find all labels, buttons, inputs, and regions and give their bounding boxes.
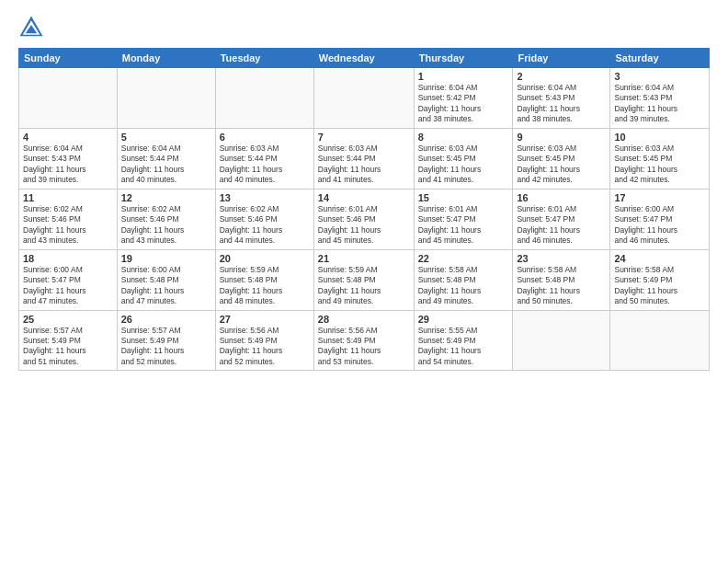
calendar-cell: 20Sunrise: 5:59 AM Sunset: 5:48 PM Dayli… — [215, 249, 313, 310]
calendar-cell: 26Sunrise: 5:57 AM Sunset: 5:49 PM Dayli… — [117, 310, 215, 371]
calendar-cell — [313, 68, 414, 129]
calendar-cell: 19Sunrise: 6:00 AM Sunset: 5:48 PM Dayli… — [117, 249, 215, 310]
day-info: Sunrise: 6:03 AM Sunset: 5:45 PM Dayligh… — [517, 144, 606, 186]
calendar-cell: 28Sunrise: 5:56 AM Sunset: 5:49 PM Dayli… — [313, 310, 414, 371]
day-number: 22 — [418, 253, 509, 264]
day-info: Sunrise: 6:04 AM Sunset: 5:43 PM Dayligh… — [23, 144, 113, 186]
day-info: Sunrise: 5:59 AM Sunset: 5:48 PM Dayligh… — [220, 265, 310, 307]
calendar-cell: 18Sunrise: 6:00 AM Sunset: 5:47 PM Dayli… — [19, 249, 118, 310]
day-info: Sunrise: 5:58 AM Sunset: 5:49 PM Dayligh… — [614, 265, 705, 307]
day-number: 19 — [121, 253, 211, 264]
day-number: 26 — [121, 314, 211, 325]
header — [18, 15, 710, 40]
week-row-4: 25Sunrise: 5:57 AM Sunset: 5:49 PM Dayli… — [19, 310, 710, 371]
day-info: Sunrise: 6:04 AM Sunset: 5:43 PM Dayligh… — [614, 83, 705, 125]
calendar-cell: 7Sunrise: 6:03 AM Sunset: 5:44 PM Daylig… — [313, 128, 414, 189]
calendar-cell: 8Sunrise: 6:03 AM Sunset: 5:45 PM Daylig… — [414, 128, 513, 189]
calendar-cell: 14Sunrise: 6:01 AM Sunset: 5:46 PM Dayli… — [313, 189, 414, 249]
day-number: 13 — [220, 192, 310, 203]
day-info: Sunrise: 5:57 AM Sunset: 5:49 PM Dayligh… — [121, 326, 211, 368]
calendar-cell: 23Sunrise: 5:58 AM Sunset: 5:48 PM Dayli… — [513, 249, 610, 310]
week-row-1: 4Sunrise: 6:04 AM Sunset: 5:43 PM Daylig… — [19, 128, 710, 189]
calendar-cell: 11Sunrise: 6:02 AM Sunset: 5:46 PM Dayli… — [19, 189, 118, 249]
day-info: Sunrise: 6:03 AM Sunset: 5:45 PM Dayligh… — [418, 144, 509, 186]
day-number: 2 — [517, 71, 606, 82]
calendar-cell — [513, 310, 610, 371]
calendar-cell — [19, 68, 118, 129]
calendar-cell: 13Sunrise: 6:02 AM Sunset: 5:46 PM Dayli… — [215, 189, 313, 249]
day-info: Sunrise: 5:56 AM Sunset: 5:49 PM Dayligh… — [318, 326, 410, 368]
calendar-cell: 10Sunrise: 6:03 AM Sunset: 5:45 PM Dayli… — [610, 128, 710, 189]
day-info: Sunrise: 6:02 AM Sunset: 5:46 PM Dayligh… — [121, 204, 211, 247]
calendar-cell: 5Sunrise: 6:04 AM Sunset: 5:44 PM Daylig… — [117, 128, 215, 189]
day-info: Sunrise: 6:01 AM Sunset: 5:46 PM Dayligh… — [318, 204, 410, 247]
day-info: Sunrise: 6:04 AM Sunset: 5:42 PM Dayligh… — [418, 83, 509, 125]
calendar-cell: 29Sunrise: 5:55 AM Sunset: 5:49 PM Dayli… — [414, 310, 513, 371]
col-header-thursday: Thursday — [414, 49, 513, 68]
calendar-cell: 6Sunrise: 6:03 AM Sunset: 5:44 PM Daylig… — [215, 128, 313, 189]
day-info: Sunrise: 6:03 AM Sunset: 5:44 PM Dayligh… — [220, 144, 310, 186]
day-info: Sunrise: 5:59 AM Sunset: 5:48 PM Dayligh… — [318, 265, 410, 307]
day-number: 8 — [418, 132, 509, 143]
day-number: 6 — [220, 132, 310, 143]
calendar-header-row: SundayMondayTuesdayWednesdayThursdayFrid… — [19, 49, 710, 68]
day-info: Sunrise: 6:00 AM Sunset: 5:47 PM Dayligh… — [614, 204, 705, 247]
calendar-cell: 9Sunrise: 6:03 AM Sunset: 5:45 PM Daylig… — [513, 128, 610, 189]
day-number: 25 — [23, 314, 113, 325]
calendar-cell: 12Sunrise: 6:02 AM Sunset: 5:46 PM Dayli… — [117, 189, 215, 249]
calendar-cell: 27Sunrise: 5:56 AM Sunset: 5:49 PM Dayli… — [215, 310, 313, 371]
calendar-cell: 2Sunrise: 6:04 AM Sunset: 5:43 PM Daylig… — [513, 68, 610, 129]
day-number: 17 — [614, 192, 705, 203]
day-number: 1 — [418, 71, 509, 82]
calendar-cell: 25Sunrise: 5:57 AM Sunset: 5:49 PM Dayli… — [19, 310, 118, 371]
calendar-cell: 24Sunrise: 5:58 AM Sunset: 5:49 PM Dayli… — [610, 249, 710, 310]
day-number: 20 — [220, 253, 310, 264]
calendar-cell: 17Sunrise: 6:00 AM Sunset: 5:47 PM Dayli… — [610, 189, 710, 249]
day-number: 9 — [517, 132, 606, 143]
day-info: Sunrise: 6:02 AM Sunset: 5:46 PM Dayligh… — [220, 204, 310, 247]
week-row-0: 1Sunrise: 6:04 AM Sunset: 5:42 PM Daylig… — [19, 68, 710, 129]
day-info: Sunrise: 6:00 AM Sunset: 5:48 PM Dayligh… — [121, 265, 211, 307]
day-info: Sunrise: 6:03 AM Sunset: 5:45 PM Dayligh… — [614, 144, 705, 186]
day-info: Sunrise: 6:03 AM Sunset: 5:44 PM Dayligh… — [318, 144, 410, 186]
calendar-cell: 16Sunrise: 6:01 AM Sunset: 5:47 PM Dayli… — [513, 189, 610, 249]
calendar-cell — [215, 68, 313, 129]
day-info: Sunrise: 5:56 AM Sunset: 5:49 PM Dayligh… — [220, 326, 310, 368]
day-number: 24 — [614, 253, 705, 264]
calendar-table: SundayMondayTuesdayWednesdayThursdayFrid… — [18, 48, 710, 371]
day-info: Sunrise: 5:58 AM Sunset: 5:48 PM Dayligh… — [517, 265, 606, 307]
calendar-cell: 1Sunrise: 6:04 AM Sunset: 5:42 PM Daylig… — [414, 68, 513, 129]
day-number: 23 — [517, 253, 606, 264]
day-number: 3 — [614, 71, 705, 82]
day-number: 5 — [121, 132, 211, 143]
day-info: Sunrise: 5:55 AM Sunset: 5:49 PM Dayligh… — [418, 326, 509, 368]
day-info: Sunrise: 6:04 AM Sunset: 5:44 PM Dayligh… — [121, 144, 211, 186]
day-number: 14 — [318, 192, 410, 203]
day-number: 28 — [318, 314, 410, 325]
calendar-cell: 15Sunrise: 6:01 AM Sunset: 5:47 PM Dayli… — [414, 189, 513, 249]
day-info: Sunrise: 6:02 AM Sunset: 5:46 PM Dayligh… — [23, 204, 113, 247]
col-header-monday: Monday — [117, 49, 215, 68]
day-number: 15 — [418, 192, 509, 203]
day-number: 12 — [121, 192, 211, 203]
calendar-cell: 3Sunrise: 6:04 AM Sunset: 5:43 PM Daylig… — [610, 68, 710, 129]
day-info: Sunrise: 6:01 AM Sunset: 5:47 PM Dayligh… — [517, 204, 606, 247]
day-info: Sunrise: 6:00 AM Sunset: 5:47 PM Dayligh… — [23, 265, 113, 307]
day-info: Sunrise: 6:04 AM Sunset: 5:43 PM Dayligh… — [517, 83, 606, 125]
col-header-wednesday: Wednesday — [313, 49, 414, 68]
day-number: 4 — [23, 132, 113, 143]
col-header-friday: Friday — [513, 49, 610, 68]
day-number: 16 — [517, 192, 606, 203]
day-number: 21 — [318, 253, 410, 264]
col-header-sunday: Sunday — [19, 49, 118, 68]
col-header-tuesday: Tuesday — [215, 49, 313, 68]
week-row-3: 18Sunrise: 6:00 AM Sunset: 5:47 PM Dayli… — [19, 249, 710, 310]
logo — [18, 15, 48, 40]
day-info: Sunrise: 6:01 AM Sunset: 5:47 PM Dayligh… — [418, 204, 509, 247]
day-info: Sunrise: 5:58 AM Sunset: 5:48 PM Dayligh… — [418, 265, 509, 307]
day-info: Sunrise: 5:57 AM Sunset: 5:49 PM Dayligh… — [23, 326, 113, 368]
day-number: 18 — [23, 253, 113, 264]
calendar-cell — [610, 310, 710, 371]
day-number: 7 — [318, 132, 410, 143]
calendar-cell — [117, 68, 215, 129]
